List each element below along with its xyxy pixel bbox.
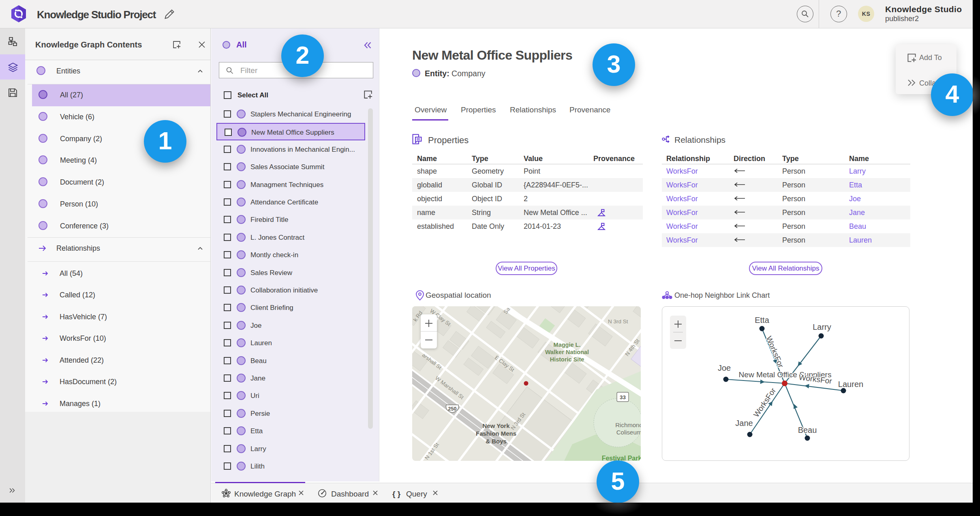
svg-text:Joe: Joe [718,363,731,372]
svg-text:New York: New York [483,422,510,429]
svg-text:Walker National: Walker National [545,349,589,355]
svg-text:33: 33 [620,394,626,400]
svg-text:Etta: Etta [755,316,769,325]
svg-text:Richmond: Richmond [615,421,641,428]
svg-text:Lauren: Lauren [838,380,863,389]
svg-text:Festival Park: Festival Park [602,455,641,461]
svg-text:Coliseum: Coliseum [616,429,641,436]
svg-text:WorksFor: WorksFor [752,386,778,419]
svg-text:Jane: Jane [735,419,753,428]
svg-text:WorksFor: WorksFor [765,335,785,369]
svg-text:Historic Site: Historic Site [550,356,584,363]
svg-text:Maggie L.: Maggie L. [554,342,581,348]
svg-text:& Boys: & Boys [486,438,507,445]
svg-text:N 3rd St: N 3rd St [608,318,628,325]
svg-text:Larry: Larry [813,322,831,331]
svg-text:Beau: Beau [798,426,817,434]
svg-text:250: 250 [448,406,457,412]
svg-text:Fashion Mens: Fashion Mens [476,430,516,437]
